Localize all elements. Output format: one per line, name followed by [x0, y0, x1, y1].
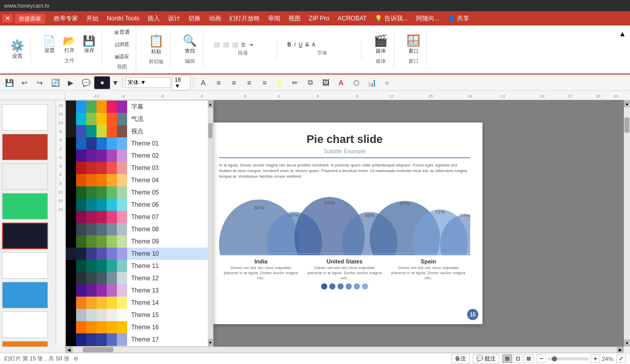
adapt-btn[interactable]: ⊠适应: [112, 51, 132, 62]
theme-item-9[interactable]: Theme 09: [66, 235, 213, 248]
hscroll[interactable]: ◀ ▶: [65, 347, 624, 353]
theme-item-3[interactable]: Theme 03: [66, 162, 213, 174]
hscroll-right-btn[interactable]: ▶: [617, 347, 624, 353]
slide-thumb[interactable]: 18: [2, 311, 48, 338]
tb2-arrange-btn[interactable]: ⧉: [303, 76, 318, 89]
fontsize-btn[interactable]: A: [311, 41, 317, 48]
tb2-right-btn[interactable]: ≡: [242, 76, 256, 89]
notes-btn[interactable]: 备注: [451, 354, 470, 363]
theme-item-5[interactable]: Theme 05: [66, 186, 213, 199]
scroll-thumb[interactable]: [208, 123, 212, 138]
menu-random[interactable]: 阿随向...: [412, 12, 444, 25]
slide-thumb[interactable]: 13: [2, 163, 48, 190]
tb2-shape-btn[interactable]: ⬡: [349, 76, 364, 89]
theme-item-4[interactable]: Theme 04: [66, 174, 213, 186]
bold-btn[interactable]: B: [286, 41, 292, 48]
menu-animation[interactable]: 动画: [205, 12, 225, 25]
tb2-highlight-btn[interactable]: A̲: [273, 76, 287, 89]
grid-view-btn[interactable]: ⊡: [513, 354, 523, 363]
settings-btn[interactable]: ⚙️ 设置: [7, 37, 27, 62]
browse-btn[interactable]: ⊡浏览: [112, 39, 132, 50]
theme-item-10[interactable]: Theme 10: [66, 248, 213, 260]
slide-thumb[interactable]: 19: [2, 341, 48, 347]
media-btn[interactable]: 🎬媒体: [371, 32, 391, 57]
vscroll-thumb[interactable]: [624, 117, 629, 133]
menu-acrobat[interactable]: ACROBAT: [333, 13, 371, 24]
align-right-btn[interactable]: ⬜: [231, 41, 239, 48]
slide-thumb[interactable]: 17: [2, 282, 48, 308]
menu-switch[interactable]: 切换: [184, 12, 205, 25]
zoom-slider-thumb[interactable]: [552, 356, 557, 361]
underline-btn[interactable]: U: [298, 41, 303, 48]
menu-design[interactable]: 设计: [164, 12, 184, 25]
slide-thumb[interactable]: 16: [2, 252, 48, 279]
window-btn[interactable]: 🪟窗口: [403, 32, 423, 57]
tb2-justify-btn[interactable]: ≡: [227, 76, 241, 89]
theme-item-6[interactable]: Theme 06: [66, 199, 213, 211]
scroll-track[interactable]: [208, 108, 213, 339]
slide-thumb[interactable]: 12: [2, 134, 48, 160]
tb2-chart-btn[interactable]: 📊: [365, 76, 379, 89]
italic-btn[interactable]: I: [293, 41, 297, 48]
zoom-out-btn[interactable]: −: [537, 354, 546, 363]
tb2-circle-btn[interactable]: ○: [380, 76, 394, 89]
tb2-align-btn[interactable]: A: [196, 76, 210, 89]
reader-view-btn[interactable]: ⊠: [524, 354, 534, 363]
vscroll-track[interactable]: [624, 107, 630, 339]
menu-tell[interactable]: 💡 告诉我...: [371, 12, 411, 25]
open-btn[interactable]: 📂打开: [60, 33, 79, 56]
tb2-full-btn[interactable]: ≡: [257, 76, 272, 89]
font-size-dropdown[interactable]: 18 ▼: [172, 75, 190, 90]
theme-item-1[interactable]: Theme 01: [66, 137, 213, 150]
menu-insert[interactable]: 插入: [143, 12, 164, 25]
strikethrough-btn[interactable]: S: [304, 41, 310, 48]
zoom-slider[interactable]: [548, 357, 589, 360]
menu-nordri[interactable]: Nordri Tools: [103, 13, 143, 24]
menu-zippro[interactable]: ZIP Pro: [305, 13, 333, 24]
align-center-btn[interactable]: ⬜: [222, 41, 230, 48]
tb2-center-btn[interactable]: ≡: [211, 76, 226, 89]
slide-thumb[interactable]: 11: [2, 104, 48, 131]
save-btn[interactable]: 💾保存: [80, 33, 99, 56]
comments-btn[interactable]: 💬批注: [473, 354, 499, 363]
menu-start[interactable]: 开始: [82, 12, 103, 25]
theme-item-17[interactable]: Theme 17: [66, 333, 213, 346]
hscroll-track[interactable]: [72, 347, 617, 352]
tb2-color-btn[interactable]: A: [334, 76, 348, 89]
refresh-btn[interactable]: 🔄: [48, 76, 62, 89]
theme-item-11[interactable]: Theme 11: [66, 260, 213, 272]
menu-share[interactable]: 👤 共享: [444, 12, 473, 25]
tb2-image-btn[interactable]: 🖼: [319, 76, 333, 89]
menu-review[interactable]: 审阅: [264, 12, 284, 25]
undo-btn[interactable]: ↩: [17, 76, 32, 89]
dropdown-scrollbar[interactable]: ▲ ▼: [208, 101, 213, 346]
zoom-in-btn[interactable]: +: [591, 354, 600, 363]
theme-item-7[interactable]: Theme 07: [66, 211, 213, 223]
find-btn[interactable]: 🔍查找: [180, 32, 200, 57]
collapse-ribbon-btn[interactable]: ▲: [619, 30, 626, 38]
font-family-dropdown[interactable]: 宋体 ▼: [125, 77, 171, 88]
save-quick-btn[interactable]: 💾: [2, 76, 16, 89]
theme-dropdown-btn[interactable]: ▼: [111, 76, 119, 89]
theme-color-btn[interactable]: ■: [94, 76, 110, 89]
scroll-down-btn[interactable]: ▼: [208, 339, 213, 346]
redo-btn[interactable]: ↪: [33, 76, 47, 89]
align-left-btn[interactable]: ⬜: [212, 41, 221, 48]
theme-item-12[interactable]: Theme 12: [66, 272, 213, 284]
theme-item-15[interactable]: Theme 15: [66, 309, 213, 321]
right-vscroll[interactable]: ▲ ▼: [624, 100, 630, 347]
menu-efficiency[interactable]: 效率专家: [50, 12, 82, 25]
menu-view[interactable]: 视图: [284, 12, 305, 25]
vscroll-up-btn[interactable]: ▲: [624, 100, 630, 107]
tb2-drawing-btn[interactable]: ✏: [288, 76, 302, 89]
menu-slideshow[interactable]: 幻灯片放映: [225, 12, 264, 25]
theme-special-item[interactable]: 视点: [66, 125, 213, 137]
slide-thumb[interactable]: 14: [2, 193, 48, 220]
quick-panel-btn[interactable]: 效捷面板: [15, 14, 45, 23]
list-btn[interactable]: ☰: [240, 41, 247, 48]
theme-item-14[interactable]: Theme 14: [66, 297, 213, 309]
theme-item-13[interactable]: Theme 13: [66, 284, 213, 297]
theme-item-2[interactable]: Theme 02: [66, 150, 213, 162]
theme-item-8[interactable]: Theme 08: [66, 223, 213, 235]
theme-special-item[interactable]: 字幕: [66, 101, 213, 113]
